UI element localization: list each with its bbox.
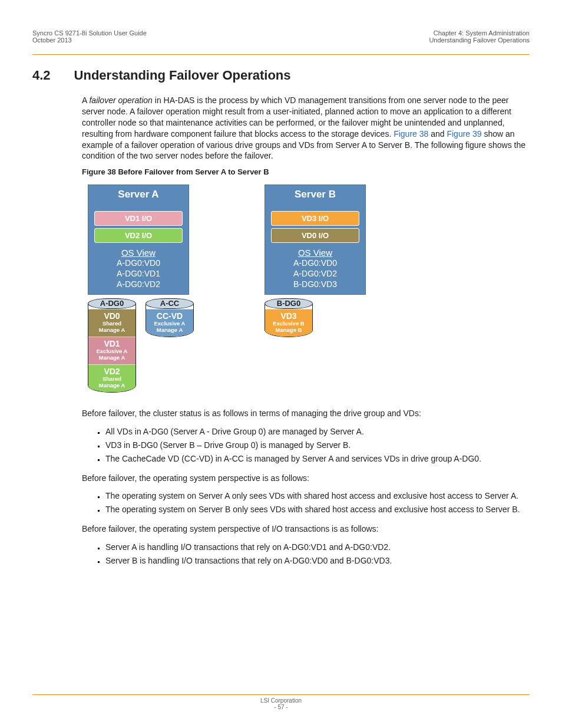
list-item: The operating system on Server A only se… xyxy=(105,489,530,503)
a-cc-cylinder: A-CC CC-VD Exclusive A Manage A xyxy=(146,298,194,393)
section-title-text: Understanding Failover Operations xyxy=(74,68,291,83)
os-perspective-intro: Before failover, the operating system pe… xyxy=(82,473,530,484)
figure-38-link[interactable]: Figure 38 xyxy=(394,129,428,139)
list-item: VD3 in B-DG0 (Server B – Drive Group 0) … xyxy=(105,439,530,452)
footer-page: - 57 - xyxy=(32,704,530,710)
list-item: The CacheCade VD (CC-VD) in A-CC is mana… xyxy=(105,452,530,466)
section-heading: 4.2 Understanding Failover Operations xyxy=(32,68,530,83)
vd2-io-pill: VD2 I/O xyxy=(94,228,183,243)
server-a-box: Server A VD1 I/O VD2 I/O OS View A-DG0:V… xyxy=(88,185,189,295)
footer-corp: LSI Corporation xyxy=(32,697,530,704)
subchapter-label: Understanding Failover Operations xyxy=(429,37,530,44)
vd1-io-pill: VD1 I/O xyxy=(94,211,183,226)
b-dg0-cylinder: B-DG0 VD3 Exclusive B Manage B xyxy=(265,298,313,337)
list-item: Server B is handling I/O transactions th… xyxy=(105,554,530,568)
vd3-io-pill: VD3 I/O xyxy=(271,211,359,226)
list-item: The operating system on Server B only se… xyxy=(105,503,530,516)
page-footer: LSI Corporation - 57 - xyxy=(32,694,530,710)
cluster-status-intro: Before failover, the cluster status is a… xyxy=(82,408,530,419)
io-perspective-intro: Before failover, the operating system pe… xyxy=(82,523,530,535)
vd0-io-pill: VD0 I/O xyxy=(271,228,359,243)
chapter-label: Chapter 4: System Administration xyxy=(429,29,530,37)
cluster-status-list: All VDs in A-DG0 (Server A - Drive Group… xyxy=(82,425,530,466)
intro-paragraph: A failover operation in HA-DAS is the pr… xyxy=(82,95,530,162)
figure-39-link[interactable]: Figure 39 xyxy=(447,129,481,139)
server-b-box: Server B VD3 I/O VD0 I/O OS View A-DG0:V… xyxy=(265,185,366,295)
os-perspective-list: The operating system on Server A only se… xyxy=(82,489,530,516)
a-dg0-cylinder: A-DG0 VD0 Shared Manage A VD1 Exclusive … xyxy=(88,298,136,393)
list-item: Server A is handling I/O transactions th… xyxy=(105,541,530,554)
io-perspective-list: Server A is handling I/O transactions th… xyxy=(82,541,530,568)
page-header: Syncro CS 9271-8i Solution User Guide Oc… xyxy=(32,29,530,55)
list-item: All VDs in A-DG0 (Server A - Drive Group… xyxy=(105,425,530,439)
figure-38-diagram: Server A VD1 I/O VD2 I/O OS View A-DG0:V… xyxy=(88,185,530,393)
figure-caption: Figure 38 Before Failover from Server A … xyxy=(82,167,530,176)
section-number: 4.2 xyxy=(32,68,51,83)
doc-date: October 2013 xyxy=(32,37,147,44)
doc-title: Syncro CS 9271-8i Solution User Guide xyxy=(32,29,147,37)
